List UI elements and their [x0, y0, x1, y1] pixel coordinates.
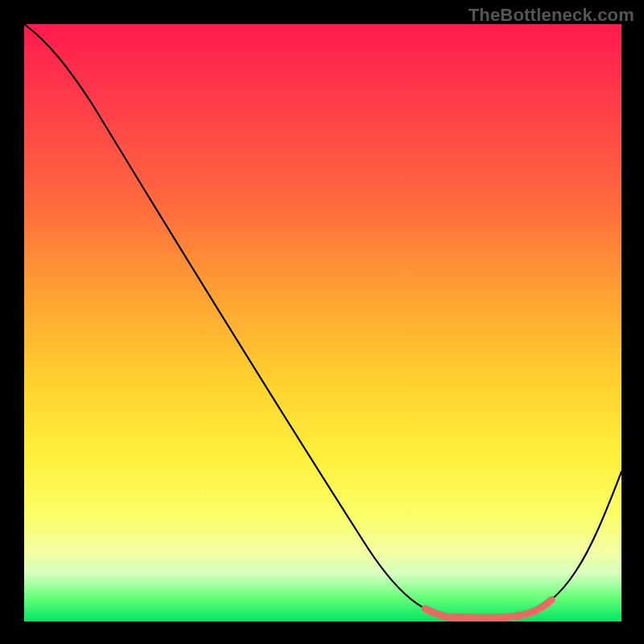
accent-dot [428, 609, 434, 614]
bottleneck-curve [24, 24, 621, 617]
plot-area [24, 24, 621, 621]
accent-dot [447, 613, 452, 619]
accent-dot [437, 612, 443, 617]
accent-dot [476, 615, 481, 621]
watermark-text: TheBottleneck.com [469, 5, 634, 26]
accent-dot [485, 615, 491, 621]
accent-dot [456, 614, 462, 620]
accent-dot [495, 614, 501, 620]
accent-dot [514, 613, 520, 618]
accent-dot [543, 603, 549, 609]
accent-dot [534, 608, 539, 613]
chart-wrapper: TheBottleneck.com [0, 0, 644, 644]
chart-svg [24, 24, 621, 621]
accent-dot [505, 613, 510, 619]
accent-dot [466, 615, 472, 621]
accent-dot [524, 610, 530, 616]
